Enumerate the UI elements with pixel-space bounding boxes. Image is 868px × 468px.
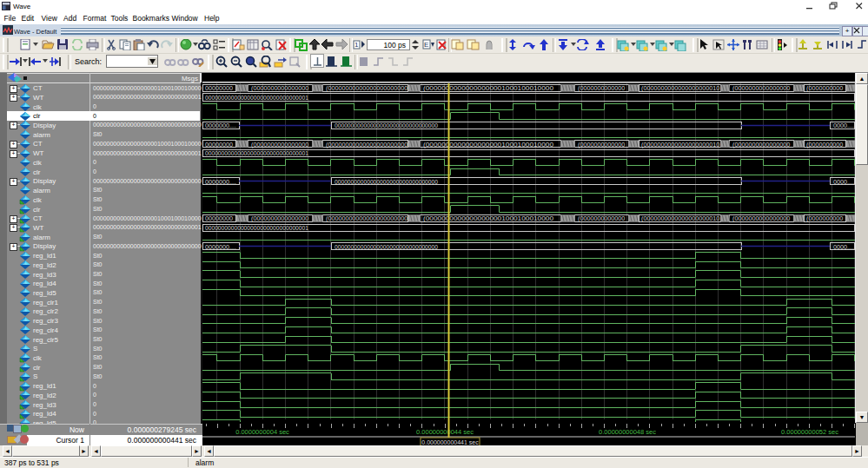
svg-text:(00000000000000000001000100010: (00000000000000000001000100010000	[423, 84, 553, 92]
svg-text:(0000000000: (0000000000	[806, 141, 843, 148]
svg-text:(0000000000000000000010: (0000000000000000000010	[641, 214, 719, 222]
svg-text:(0000000000000: (0000000000000	[578, 214, 625, 222]
svg-text:00000000: 00000000	[205, 214, 233, 222]
svg-text:(0000000000000000000010: (0000000000000000000010	[641, 84, 719, 92]
svg-text:(0000000000000000: (0000000000000000	[732, 141, 790, 148]
svg-text:0.00000000052 sec: 0.00000000052 sec	[781, 428, 838, 436]
svg-text:0.0000000004 sec: 0.0000000004 sec	[235, 428, 289, 436]
svg-text:0000000....: 0000000....	[205, 243, 236, 251]
svg-text:000000000000000000000000000000: 00000000000000000000000000000001	[205, 94, 308, 102]
svg-text:(0000000000: (0000000000	[806, 214, 843, 222]
svg-text:(0000000000000000: (0000000000000000	[251, 214, 308, 222]
svg-text:000000000000000000000000000000: 00000000000000000000000000000001	[205, 149, 308, 157]
svg-text:000000000000000000000000000000: 00000000000000000000000000000000	[335, 122, 438, 129]
svg-text:0000....: 0000....	[833, 243, 854, 251]
svg-text:000000000000000000000000000000: 00000000000000000000000000000000	[335, 178, 438, 186]
svg-text:0.00000000044 sec: 0.00000000044 sec	[416, 428, 474, 436]
svg-text:(00000000000000000001000100010: (00000000000000000001000100010000	[423, 214, 553, 222]
svg-text:(0000000000000000: (0000000000000000	[251, 141, 308, 148]
svg-text:E: E	[424, 41, 428, 49]
svg-text:(00000000000000000000000: (00000000000000000000000	[326, 141, 407, 148]
svg-text:(00000000000000000001000100010: (00000000000000000001000100010000	[423, 141, 553, 148]
svg-text:(0000000000000000: (0000000000000000	[732, 214, 790, 222]
svg-text:(0000000000000: (0000000000000	[578, 84, 625, 92]
svg-text:000000000000000000000000000000: 00000000000000000000000000000001	[205, 224, 308, 232]
svg-text:1: 1	[354, 41, 359, 49]
svg-text:(00000000000000000000000: (00000000000000000000000	[326, 84, 407, 92]
svg-text:0000....: 0000....	[833, 178, 854, 186]
svg-text:000000000000000000000000000000: 00000000000000000000000000000000	[335, 243, 438, 251]
svg-text:0.000000000441 sec: 0.000000000441 sec	[421, 439, 479, 445]
svg-text:(0000000000000: (0000000000000	[578, 141, 625, 148]
svg-text:0.00000000048 sec: 0.00000000048 sec	[599, 428, 656, 436]
svg-text:0000000....: 0000000....	[205, 178, 236, 186]
svg-text:(0000000000: (0000000000	[806, 84, 843, 92]
svg-text:(0000000000000000000010: (0000000000000000000010	[641, 141, 719, 148]
svg-text:0000....: 0000....	[833, 122, 854, 129]
svg-text:(00000000000000000000000: (00000000000000000000000	[326, 214, 407, 222]
svg-text:(0000000000000000: (0000000000000000	[732, 84, 790, 92]
svg-text:(0000000000000000: (0000000000000000	[251, 84, 308, 92]
svg-text:0000000....: 0000000....	[205, 122, 236, 129]
svg-text:00000000: 00000000	[205, 141, 233, 148]
svg-text:00000000: 00000000	[205, 84, 233, 92]
